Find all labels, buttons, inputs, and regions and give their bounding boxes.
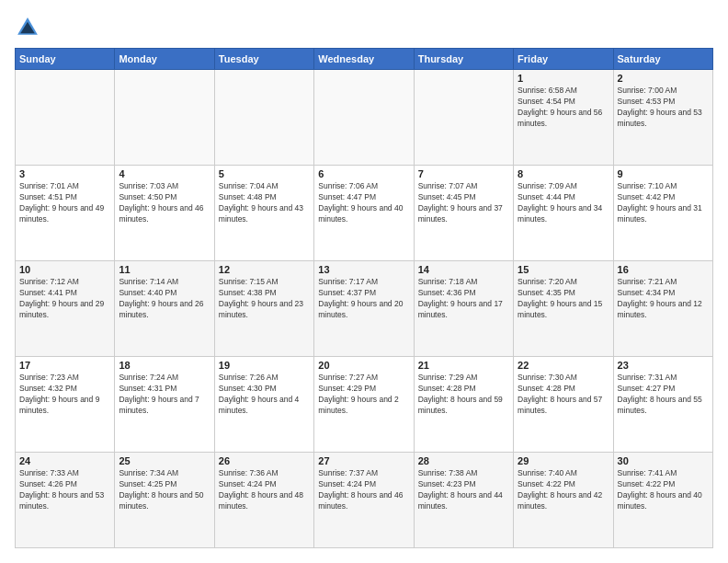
day-number: 21 <box>418 360 509 371</box>
day-number: 28 <box>418 455 509 466</box>
calendar-cell: 1Sunrise: 6:58 AM Sunset: 4:54 PM Daylig… <box>514 70 613 166</box>
day-number: 7 <box>418 168 509 179</box>
calendar-cell: 22Sunrise: 7:30 AM Sunset: 4:28 PM Dayli… <box>514 357 613 453</box>
day-info: Sunrise: 7:00 AM Sunset: 4:53 PM Dayligh… <box>618 86 709 130</box>
calendar-cell: 12Sunrise: 7:15 AM Sunset: 4:38 PM Dayli… <box>214 261 313 357</box>
calendar-cell: 6Sunrise: 7:06 AM Sunset: 4:47 PM Daylig… <box>314 166 414 261</box>
day-number: 1 <box>518 73 609 84</box>
calendar-week-2: 3Sunrise: 7:01 AM Sunset: 4:51 PM Daylig… <box>16 166 713 261</box>
day-number: 5 <box>219 168 310 179</box>
day-info: Sunrise: 7:30 AM Sunset: 4:28 PM Dayligh… <box>518 373 609 417</box>
logo-icon <box>15 15 40 40</box>
calendar-cell: 4Sunrise: 7:03 AM Sunset: 4:50 PM Daylig… <box>115 166 214 261</box>
calendar-cell: 17Sunrise: 7:23 AM Sunset: 4:32 PM Dayli… <box>16 357 115 453</box>
day-info: Sunrise: 7:14 AM Sunset: 4:40 PM Dayligh… <box>119 277 210 321</box>
day-info: Sunrise: 7:04 AM Sunset: 4:48 PM Dayligh… <box>219 181 310 225</box>
weekday-header-monday: Monday <box>115 49 214 70</box>
day-info: Sunrise: 7:34 AM Sunset: 4:25 PM Dayligh… <box>119 468 210 512</box>
calendar-cell <box>16 70 115 166</box>
calendar-cell: 7Sunrise: 7:07 AM Sunset: 4:45 PM Daylig… <box>414 166 513 261</box>
day-number: 11 <box>119 264 210 275</box>
day-info: Sunrise: 7:18 AM Sunset: 4:36 PM Dayligh… <box>418 277 509 321</box>
day-info: Sunrise: 7:23 AM Sunset: 4:32 PM Dayligh… <box>19 373 110 417</box>
header <box>15 15 713 40</box>
calendar-cell: 28Sunrise: 7:38 AM Sunset: 4:23 PM Dayli… <box>414 453 513 548</box>
day-number: 25 <box>119 455 210 466</box>
day-info: Sunrise: 7:10 AM Sunset: 4:42 PM Dayligh… <box>618 181 709 225</box>
calendar-header-row: SundayMondayTuesdayWednesdayThursdayFrid… <box>16 49 713 70</box>
day-number: 22 <box>518 360 609 371</box>
weekday-header-friday: Friday <box>514 49 613 70</box>
calendar-week-5: 24Sunrise: 7:33 AM Sunset: 4:26 PM Dayli… <box>16 453 713 548</box>
calendar-cell <box>214 70 313 166</box>
calendar-cell: 13Sunrise: 7:17 AM Sunset: 4:37 PM Dayli… <box>314 261 414 357</box>
calendar-cell: 18Sunrise: 7:24 AM Sunset: 4:31 PM Dayli… <box>115 357 214 453</box>
day-number: 15 <box>518 264 609 275</box>
day-number: 6 <box>318 168 409 179</box>
day-info: Sunrise: 7:12 AM Sunset: 4:41 PM Dayligh… <box>19 277 110 321</box>
calendar-cell: 27Sunrise: 7:37 AM Sunset: 4:24 PM Dayli… <box>314 453 414 548</box>
day-info: Sunrise: 7:31 AM Sunset: 4:27 PM Dayligh… <box>618 373 709 417</box>
day-number: 13 <box>318 264 409 275</box>
calendar-cell: 30Sunrise: 7:41 AM Sunset: 4:22 PM Dayli… <box>613 453 712 548</box>
day-number: 4 <box>119 168 210 179</box>
day-info: Sunrise: 7:37 AM Sunset: 4:24 PM Dayligh… <box>318 468 409 512</box>
calendar-cell: 24Sunrise: 7:33 AM Sunset: 4:26 PM Dayli… <box>16 453 115 548</box>
calendar-week-1: 1Sunrise: 6:58 AM Sunset: 4:54 PM Daylig… <box>16 70 713 166</box>
day-number: 23 <box>618 360 709 371</box>
day-number: 27 <box>318 455 409 466</box>
day-number: 26 <box>219 455 310 466</box>
day-info: Sunrise: 7:07 AM Sunset: 4:45 PM Dayligh… <box>418 181 509 225</box>
day-number: 29 <box>518 455 609 466</box>
calendar-cell: 11Sunrise: 7:14 AM Sunset: 4:40 PM Dayli… <box>115 261 214 357</box>
day-info: Sunrise: 7:17 AM Sunset: 4:37 PM Dayligh… <box>318 277 409 321</box>
weekday-header-thursday: Thursday <box>414 49 513 70</box>
calendar-cell: 10Sunrise: 7:12 AM Sunset: 4:41 PM Dayli… <box>16 261 115 357</box>
day-info: Sunrise: 7:41 AM Sunset: 4:22 PM Dayligh… <box>618 468 709 512</box>
calendar-cell: 26Sunrise: 7:36 AM Sunset: 4:24 PM Dayli… <box>214 453 313 548</box>
day-number: 9 <box>618 168 709 179</box>
day-info: Sunrise: 7:40 AM Sunset: 4:22 PM Dayligh… <box>518 468 609 512</box>
weekday-header-tuesday: Tuesday <box>214 49 313 70</box>
day-info: Sunrise: 7:38 AM Sunset: 4:23 PM Dayligh… <box>418 468 509 512</box>
calendar-cell: 16Sunrise: 7:21 AM Sunset: 4:34 PM Dayli… <box>613 261 712 357</box>
logo <box>15 15 44 40</box>
day-number: 17 <box>19 360 110 371</box>
day-info: Sunrise: 6:58 AM Sunset: 4:54 PM Dayligh… <box>518 86 609 130</box>
day-number: 20 <box>318 360 409 371</box>
calendar-cell: 9Sunrise: 7:10 AM Sunset: 4:42 PM Daylig… <box>613 166 712 261</box>
day-info: Sunrise: 7:26 AM Sunset: 4:30 PM Dayligh… <box>219 373 310 417</box>
calendar-cell: 3Sunrise: 7:01 AM Sunset: 4:51 PM Daylig… <box>16 166 115 261</box>
day-number: 18 <box>119 360 210 371</box>
calendar-cell: 14Sunrise: 7:18 AM Sunset: 4:36 PM Dayli… <box>414 261 513 357</box>
day-info: Sunrise: 7:36 AM Sunset: 4:24 PM Dayligh… <box>219 468 310 512</box>
calendar-cell <box>414 70 513 166</box>
calendar-cell: 8Sunrise: 7:09 AM Sunset: 4:44 PM Daylig… <box>514 166 613 261</box>
calendar-cell <box>115 70 214 166</box>
day-info: Sunrise: 7:15 AM Sunset: 4:38 PM Dayligh… <box>219 277 310 321</box>
calendar-cell: 15Sunrise: 7:20 AM Sunset: 4:35 PM Dayli… <box>514 261 613 357</box>
day-info: Sunrise: 7:06 AM Sunset: 4:47 PM Dayligh… <box>318 181 409 225</box>
day-info: Sunrise: 7:27 AM Sunset: 4:29 PM Dayligh… <box>318 373 409 417</box>
day-number: 8 <box>518 168 609 179</box>
day-info: Sunrise: 7:21 AM Sunset: 4:34 PM Dayligh… <box>618 277 709 321</box>
day-info: Sunrise: 7:24 AM Sunset: 4:31 PM Dayligh… <box>119 373 210 417</box>
calendar-cell: 2Sunrise: 7:00 AM Sunset: 4:53 PM Daylig… <box>613 70 712 166</box>
calendar-cell <box>314 70 414 166</box>
day-number: 10 <box>19 264 110 275</box>
calendar-cell: 29Sunrise: 7:40 AM Sunset: 4:22 PM Dayli… <box>514 453 613 548</box>
weekday-header-wednesday: Wednesday <box>314 49 414 70</box>
calendar-cell: 20Sunrise: 7:27 AM Sunset: 4:29 PM Dayli… <box>314 357 414 453</box>
day-info: Sunrise: 7:01 AM Sunset: 4:51 PM Dayligh… <box>19 181 110 225</box>
day-info: Sunrise: 7:09 AM Sunset: 4:44 PM Dayligh… <box>518 181 609 225</box>
calendar-week-4: 17Sunrise: 7:23 AM Sunset: 4:32 PM Dayli… <box>16 357 713 453</box>
weekday-header-saturday: Saturday <box>613 49 712 70</box>
day-info: Sunrise: 7:20 AM Sunset: 4:35 PM Dayligh… <box>518 277 609 321</box>
day-number: 30 <box>618 455 709 466</box>
day-number: 16 <box>618 264 709 275</box>
day-info: Sunrise: 7:33 AM Sunset: 4:26 PM Dayligh… <box>19 468 110 512</box>
day-number: 14 <box>418 264 509 275</box>
weekday-header-sunday: Sunday <box>16 49 115 70</box>
day-info: Sunrise: 7:03 AM Sunset: 4:50 PM Dayligh… <box>119 181 210 225</box>
day-number: 2 <box>618 73 709 84</box>
